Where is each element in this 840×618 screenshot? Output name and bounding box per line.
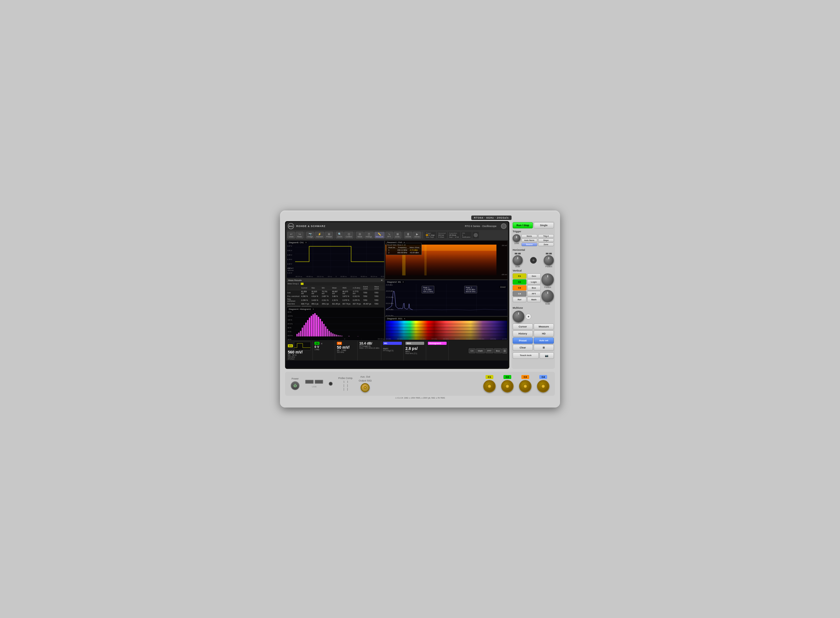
horizontal-knobs: Scale ⊕ Position [513,253,554,267]
math-footer-button[interactable]: Math [476,348,485,353]
c2-bnc-connector[interactable] [501,380,513,392]
auto-norm-button[interactable]: Auto Norm [521,238,537,242]
diagram-fft[interactable]: Diagram1: Ch3 ✕ Result Table: Meas 2, 12… [385,241,508,279]
redo-button[interactable]: ↪ Redo [296,232,303,238]
measure-toolbar-button[interactable]: 📏 Measure [375,232,385,238]
undo-button[interactable]: ↩ Undo [287,232,295,238]
trgd-button[interactable]: Trig d [538,234,554,238]
trigger-section-label: Trigger [513,230,554,233]
autoset-right-button[interactable]: Auto set [534,337,554,344]
histogram-block: Histogram1 [426,341,449,361]
image-button[interactable]: 📷 Image [306,232,314,238]
gen-button[interactable]: Gen [527,273,541,279]
model-top-label: RTO64 · 6GHz · 20GSa/s [471,215,511,220]
ref-button[interactable]: Ref [513,297,526,302]
pos-adj-right[interactable] [549,253,552,254]
bus-button[interactable]: Bus [527,285,541,291]
audio-jack[interactable] [329,382,333,386]
horizontal-position-knob[interactable] [544,255,554,265]
diagram-ch1[interactable]: Diagram6: Ch1 ✕ 4.47 V3.91 V3.35 V2.79 V… [287,241,384,278]
diagram-histogram[interactable]: Diagram4: Histogram1 ✕ -09 %-12.5 %-100 … [287,307,384,341]
diagram-histogram-title: Diagram4: Histogram1 ✕ [288,308,315,310]
histogram-ch-label[interactable]: Histogram1 [428,342,447,345]
sg1-label[interactable]: SG1 [406,342,424,345]
preset-toolbar-button[interactable]: ⊞ Preset [325,232,333,238]
usb-port-1[interactable] [305,380,314,384]
zoom-icon[interactable]: ⊕ [530,257,537,264]
c2-vertical-button[interactable]: C2 [513,279,526,285]
brightness-button[interactable]: ☀ [526,314,531,319]
source-button[interactable]: Source [521,243,537,246]
h-adj-right[interactable] [518,253,521,254]
diagram-sg1[interactable]: Diagram5: SG1 ✕ [385,316,508,341]
vertical-scale-knob[interactable] [541,290,554,302]
c3-detail-block: 10.4 dB/ FFTmag(C3) RBW: 11.5 MHA.16 dBm [358,341,381,361]
trigger-level-knob[interactable] [513,234,520,242]
touch-lock-button[interactable]: Touch lock [513,352,539,359]
meas-table-container[interactable]: CurrentMaxMinMeanRMSσ (5-dev)Event count… [287,285,384,305]
c2-label[interactable]: C2 [314,342,320,345]
delete-button[interactable]: 🗑 Delete [404,232,412,238]
h-adj-left[interactable] [514,253,517,254]
c4-bnc-connector[interactable] [537,380,549,392]
zone-button[interactable]: ⊠ Zone. [394,232,401,238]
multiuse-knob[interactable] [513,310,525,322]
menu-footer-button[interactable]: ☰ [503,348,507,354]
history-button[interactable]: History [513,331,533,337]
horizontal-scale-knob[interactable] [513,255,523,265]
norm-button[interactable]: Norm [521,234,537,238]
run-stop-button[interactable]: Run / Stop [513,222,533,229]
pos-adj-left[interactable] [546,253,549,254]
measure-button[interactable]: Measure [534,324,554,330]
usb-port-2[interactable] [315,380,323,384]
cursor-button[interactable]: Cursor [513,324,533,330]
single-button[interactable]: Single [534,222,554,229]
c3-vertical-button[interactable]: C3 [513,285,526,291]
preset-right-button[interactable]: Preset [513,337,533,344]
mask-button[interactable]: ⊟ Mask [356,232,364,238]
clear-button[interactable]: Clear [513,345,533,351]
fft-toolbar-button[interactable]: ∿ FFT [385,232,393,238]
bus-footer-button[interactable]: Bus [494,348,502,353]
c4-vertical-button[interactable]: C4 [513,291,526,296]
fft-footer-button[interactable]: FFT [486,348,494,353]
diagram-m1[interactable]: Diagram2: M1 ✕ Peak: 1 -3.74 dBm 434.11 … [385,280,508,316]
m1-label[interactable]: M1 [383,342,402,345]
aux-out-connector[interactable] [361,383,370,392]
math-button[interactable]: Math [527,297,541,302]
hd-button[interactable]: HD [534,331,554,337]
svg-rect-30 [330,333,332,336]
vertical-position-knob[interactable] [541,273,554,286]
m1-spectrum-svg [386,284,507,312]
autoset-toolbar-button[interactable]: ⚡ Autoset [315,232,324,238]
reset-button[interactable]: Reset [302,306,311,307]
fft-vertical-button[interactable]: FFT [527,291,541,296]
warning-text: ⚠ C1-C4: 1MΩ: ≤ 150V RMS, ≤ 200V pk; 50Ω… [285,397,555,399]
power-button[interactable]: ⏻ [291,381,300,390]
svg-rect-11 [296,334,297,336]
footer-buttons: C4 Math FFT Bus ☰ [468,341,508,361]
camera-right-button[interactable]: 📷 [540,352,554,359]
zoom-button[interactable]: 🔍 Zoom [336,232,343,238]
ch1-label[interactable]: C1 [288,344,293,348]
demo-button[interactable]: ▶ Demo [413,232,421,238]
svg-rect-50 [385,321,507,324]
c3-detail-value: 10.4 dB/ [359,342,379,345]
grid-button[interactable]: ⊞ [534,345,554,351]
c3-label[interactable]: C3 [337,342,342,345]
c1-vertical-button[interactable]: C1 [513,273,526,279]
logic-button[interactable]: Logic [527,279,541,285]
c1-bnc-connector[interactable] [483,380,496,392]
svg-rect-13 [300,331,301,336]
slope-button[interactable]: Slope [538,238,554,242]
c4-footer-button[interactable]: C4 [469,348,476,353]
svg-rect-26 [323,324,324,336]
control-button[interactable]: ⊡ Control [344,232,353,238]
c3-bnc-connector[interactable] [519,380,531,392]
statistics-button[interactable]: Statistics [288,306,300,307]
histogram-button[interactable]: ∏ Histogr. [364,232,374,238]
hardware-bottom-panel: Power ⏻ USB Probe Comp. ⌇ | | [285,372,555,396]
ch1-block: C1 560 mV/ DC 50 Ω 500 MHz RT2510 [286,341,313,361]
zone-trigger-button[interactable]: Zone [538,243,554,246]
menu-circle[interactable] [501,223,507,229]
